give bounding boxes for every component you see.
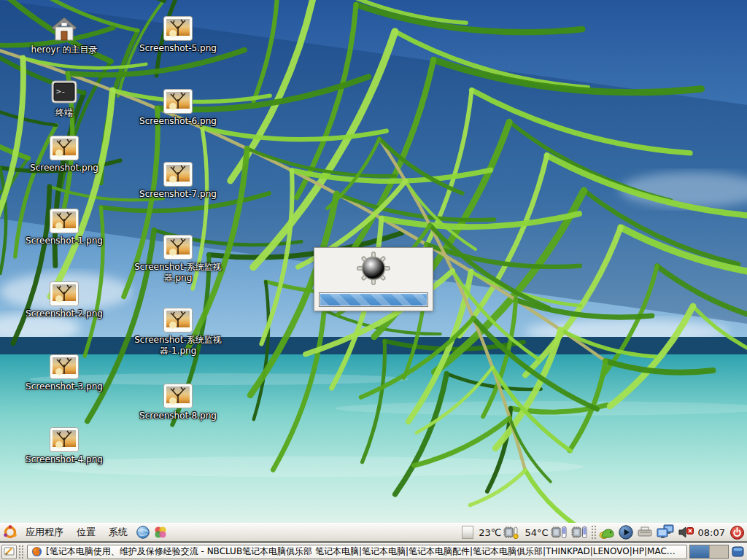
desktop-icon-label: Screenshot-3.png <box>16 381 112 392</box>
blue-window-applet-icon <box>732 545 744 558</box>
muted-speaker-icon <box>678 525 695 540</box>
image-file-icon <box>130 308 226 332</box>
gnome-panel: 应用程序 位置 系统 23℃ <box>0 523 747 542</box>
desktop-icon-screenshot-3[interactable]: Screenshot-3.png <box>16 354 112 392</box>
green-creature-icon <box>599 525 615 540</box>
taskbar-drag-handle[interactable] <box>18 545 23 559</box>
browser-launcher[interactable] <box>134 524 152 541</box>
desktop-icon-screenshot-sysmon-1[interactable]: Screenshot-系统监视器-1.png <box>130 308 226 357</box>
workspace-1[interactable] <box>690 545 709 558</box>
desktop-icon-screenshot-4[interactable]: Screenshot-4.png <box>16 427 112 465</box>
workspace-switcher <box>689 545 729 559</box>
sensor-temp-applet-1[interactable]: 23℃ <box>477 524 520 541</box>
window-list-taskbar: [笔记本电脑使用、维护及保修经验交流 - NBCLUB笔记本电脑俱乐部 笔记本电… <box>0 542 747 560</box>
mines-splash-dialog <box>314 247 433 311</box>
desktop-icon-label: Screenshot-1.png <box>16 236 112 246</box>
chip-thermometer-icon <box>503 525 520 540</box>
image-file-icon <box>16 209 112 233</box>
desktop-icon-label: Screenshot-系统监视器.png <box>130 262 226 284</box>
distro-logo-icon <box>2 524 18 540</box>
firefox-icon <box>31 546 42 557</box>
play-button-icon <box>618 524 634 540</box>
task-button-firefox[interactable]: [笔记本电脑使用、维护及保修经验交流 - NBCLUB笔记本电脑俱乐部 笔记本电… <box>27 545 687 559</box>
chip-gauge-icon <box>550 525 568 540</box>
temperature-value: 23℃ <box>479 527 501 538</box>
image-file-icon <box>16 354 112 379</box>
desktop-icon-screenshot-6[interactable]: Screenshot-6.png <box>130 89 226 127</box>
desktop-icon-label: heroyr 的主目录 <box>16 44 112 55</box>
image-file-icon <box>130 89 226 114</box>
temperature-value: 54°C <box>525 527 548 538</box>
desktop-icon-label: Screenshot.png <box>16 163 112 174</box>
menu-system[interactable]: 系统 <box>102 524 134 541</box>
panel-drag-handle[interactable] <box>591 525 596 540</box>
network-monitor-applet[interactable] <box>656 524 675 541</box>
clock-time: 08:07 <box>698 527 725 538</box>
desktop-icon-screenshot-8[interactable]: Screenshot-8.png <box>130 384 226 421</box>
level-gauge-applet[interactable] <box>462 526 473 539</box>
desktop-icon-screenshot-7[interactable]: Screenshot-7.png <box>130 162 226 200</box>
web-browser-globe-icon <box>136 525 150 540</box>
image-file-icon <box>16 427 112 452</box>
home-folder-icon <box>16 16 112 42</box>
desktop-icon-label: Screenshot-4.png <box>16 454 112 465</box>
sensor-temp-applet-2[interactable]: 54°C <box>523 524 567 541</box>
svg-text:>-: >- <box>56 87 66 96</box>
desktop-icon-label: Screenshot-7.png <box>130 189 226 200</box>
dual-monitors-icon <box>656 524 675 540</box>
desktop-icon-label: Screenshot-系统监视器-1.png <box>130 335 226 357</box>
show-desktop-button[interactable] <box>1 545 17 559</box>
desktop-icon-home[interactable]: heroyr 的主目录 <box>16 16 112 55</box>
colorful-app-launcher[interactable] <box>152 524 169 541</box>
printer-icon <box>637 526 653 539</box>
image-file-icon <box>130 384 226 408</box>
clock-applet[interactable]: 08:07 <box>698 524 725 541</box>
menu-applications[interactable]: 应用程序 <box>19 524 70 541</box>
desktop-icon-label: Screenshot-5.png <box>130 43 226 54</box>
desktop-icon-label: Screenshot-8.png <box>130 411 226 421</box>
power-button-icon <box>729 525 745 540</box>
desktop-icon-label: Screenshot-2.png <box>16 308 112 319</box>
printer-tray-applet[interactable] <box>637 524 653 541</box>
menu-places[interactable]: 位置 <box>70 524 102 541</box>
desktop-icon-terminal[interactable]: >- 终端 <box>16 79 112 118</box>
menu-applications-label: 应用程序 <box>26 526 63 539</box>
desktop-icon-screenshot-5[interactable]: Screenshot-5.png <box>130 16 226 54</box>
desktop-icon-label: Screenshot-6.png <box>130 116 226 127</box>
splash-progress-bar <box>319 292 428 307</box>
task-window-title: [笔记本电脑使用、维护及保修经验交流 - NBCLUB笔记本电脑俱乐部 笔记本电… <box>46 545 676 558</box>
sensor-gauge-applet-3[interactable] <box>570 524 588 541</box>
progress-fill <box>320 294 427 306</box>
mine-icon <box>353 251 394 290</box>
terminal-icon: >- <box>16 79 112 105</box>
menu-places-label: 位置 <box>77 526 96 539</box>
image-file-icon <box>130 16 226 41</box>
image-file-icon <box>130 162 226 187</box>
chip-gauge-icon <box>570 525 588 540</box>
desktop: heroyr 的主目录 >- 终端 Screenshot.png Screens… <box>0 0 747 523</box>
desktop-icon-label: 终端 <box>16 107 112 118</box>
menu-system-label: 系统 <box>109 526 128 539</box>
desktop-icon-screenshot-2[interactable]: Screenshot-2.png <box>16 281 112 319</box>
volume-applet[interactable] <box>678 524 695 541</box>
image-file-icon <box>130 235 226 260</box>
colorful-app-icon <box>153 525 168 540</box>
desktop-icon-screenshot-sysmon[interactable]: Screenshot-系统监视器.png <box>130 235 226 284</box>
shutdown-button[interactable] <box>729 524 745 541</box>
player-tray-applet[interactable] <box>618 524 634 541</box>
green-tray-applet[interactable] <box>599 524 615 541</box>
image-file-icon <box>16 281 112 306</box>
main-menu-button[interactable] <box>1 524 19 541</box>
image-file-icon <box>16 136 112 160</box>
show-desktop-icon <box>4 546 15 557</box>
corner-applet[interactable] <box>732 545 744 558</box>
desktop-icon-screenshot[interactable]: Screenshot.png <box>16 136 112 174</box>
workspace-2[interactable] <box>709 545 728 558</box>
desktop-icon-screenshot-1[interactable]: Screenshot-1.png <box>16 209 112 246</box>
